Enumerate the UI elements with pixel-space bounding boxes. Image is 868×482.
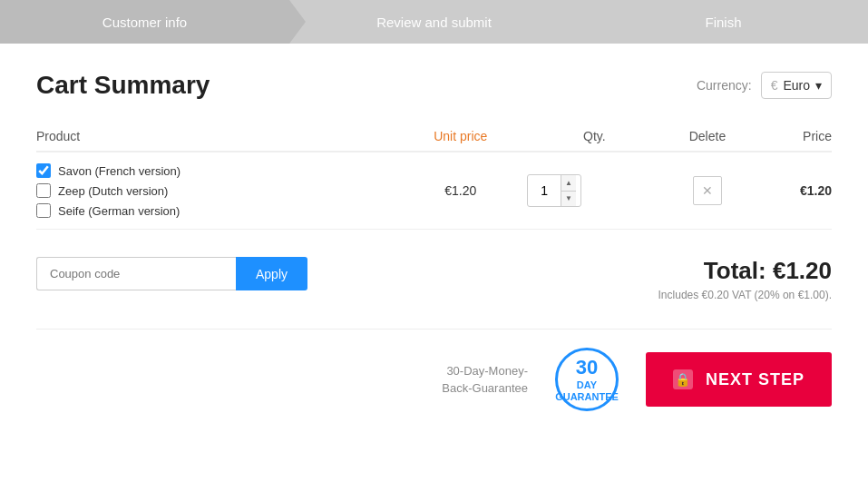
qty-down-button[interactable]: ▼ [561, 192, 576, 207]
product-label-savon: Savon (French version) [58, 164, 180, 178]
qty-input[interactable] [528, 183, 561, 198]
money-back-badge: 30 DAY GUARANTEE [555, 348, 619, 411]
col-qty: Qty. [527, 122, 662, 152]
unit-price-value: €1.20 [394, 152, 527, 230]
total-value: €1.20 [773, 257, 832, 284]
product-list: Savon (French version) Zeep (Dutch versi… [36, 163, 394, 218]
product-item-seife: Seife (German version) [36, 203, 394, 218]
coupon-input[interactable] [36, 257, 236, 290]
breadcrumb-step-finish[interactable]: Finish [579, 0, 868, 44]
breadcrumb: Customer info Review and submit Finish [0, 0, 868, 44]
currency-symbol: € [771, 78, 778, 93]
footer-section: 30-Day-Money-Back-Guarantee 30 DAY GUARA… [36, 329, 832, 411]
qty-stepper: ▲ ▼ [527, 174, 581, 207]
col-price: Price [753, 122, 832, 152]
product-label-zeep: Zeep (Dutch version) [58, 184, 168, 198]
cart-title: Cart Summary [36, 71, 210, 100]
product-item-savon: Savon (French version) [36, 163, 394, 178]
next-step-label: NEXT STEP [706, 370, 805, 389]
breadcrumb-step-review[interactable]: Review and submit [289, 0, 579, 44]
coupon-area: Apply [36, 257, 307, 290]
col-unit-price: Unit price [394, 122, 527, 152]
col-delete: Delete [662, 122, 753, 152]
qty-up-button[interactable]: ▲ [561, 175, 576, 192]
product-checkbox-zeep[interactable] [36, 183, 51, 198]
total-amount: Total: €1.20 [658, 257, 832, 285]
product-checkbox-seife[interactable] [36, 203, 51, 218]
apply-button[interactable]: Apply [236, 257, 307, 290]
cart-table: Product Unit price Qty. Delete Price Sav… [36, 122, 832, 230]
total-vat: Includes €0.20 VAT (20% on €1.00). [658, 289, 832, 301]
currency-selector[interactable]: € Euro ▾ [761, 72, 832, 99]
badge-unit: DAY [577, 379, 597, 391]
col-product: Product [36, 122, 394, 152]
price-value: €1.20 [753, 152, 832, 230]
product-item-zeep: Zeep (Dutch version) [36, 183, 394, 198]
close-icon: ✕ [702, 183, 713, 198]
table-row: Savon (French version) Zeep (Dutch versi… [36, 152, 832, 230]
breadcrumb-step-customer-info[interactable]: Customer info [0, 0, 289, 44]
total-area: Total: €1.20 Includes €0.20 VAT (20% on … [658, 257, 832, 301]
total-label: Total: [704, 257, 766, 284]
currency-label: Currency: [697, 78, 752, 93]
guarantee-label: 30-Day-Money-Back-Guarantee [442, 364, 528, 396]
currency-name: Euro [783, 78, 810, 93]
badge-number: 30 [576, 356, 598, 379]
chevron-down-icon: ▾ [815, 78, 822, 93]
currency-section: Currency: € Euro ▾ [697, 72, 832, 99]
product-label-seife: Seife (German version) [58, 204, 180, 218]
delete-button[interactable]: ✕ [693, 176, 722, 205]
lock-icon: 🔒 [673, 369, 693, 389]
product-checkbox-savon[interactable] [36, 163, 51, 178]
guarantee-text: 30-Day-Money-Back-Guarantee [442, 362, 528, 398]
breadcrumb-label-customer-info: Customer info [102, 15, 187, 30]
qty-arrows: ▲ ▼ [561, 175, 576, 206]
breadcrumb-label-finish: Finish [705, 15, 741, 30]
bottom-section: Apply Total: €1.20 Includes €0.20 VAT (2… [36, 257, 832, 301]
next-step-button[interactable]: 🔒 NEXT STEP [646, 352, 832, 407]
breadcrumb-label-review: Review and submit [376, 15, 492, 30]
header-row: Cart Summary Currency: € Euro ▾ [36, 71, 832, 100]
badge-text: GUARANTEE [555, 391, 619, 403]
main-content: Cart Summary Currency: € Euro ▾ Product … [0, 44, 868, 438]
